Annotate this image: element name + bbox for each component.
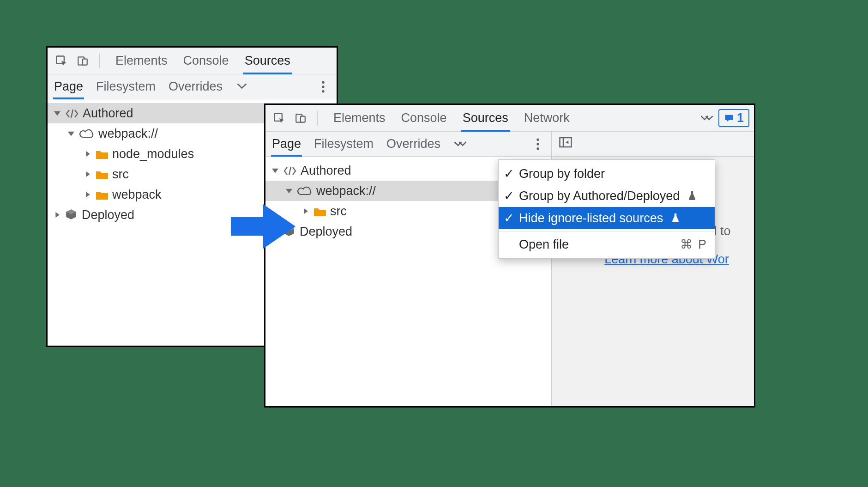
svg-rect-8 <box>301 116 305 122</box>
menu-label: Hide ignore-listed sources <box>519 211 663 225</box>
expand-down-icon <box>67 130 75 137</box>
folder-icon <box>96 189 108 200</box>
tree-label: Authored <box>301 164 351 178</box>
menu-hide-ignore-listed[interactable]: ✓ Hide ignore-listed sources <box>499 207 715 229</box>
expand-right-icon <box>84 191 92 198</box>
deployed-cube-icon <box>65 208 78 221</box>
experiment-flask-icon <box>671 211 680 225</box>
tab-elements[interactable]: Elements <box>115 48 168 74</box>
menu-group-by-authored-deployed[interactable]: ✓ Group by Authored/Deployed <box>499 185 715 207</box>
expand-right-icon <box>53 212 61 218</box>
inspect-icon[interactable] <box>52 52 71 70</box>
cloud-icon <box>79 128 95 139</box>
toolbar-divider <box>317 111 318 126</box>
issues-count: 1 <box>737 111 744 125</box>
tree-label: src <box>330 204 347 219</box>
tree-label: src <box>112 167 129 182</box>
folder-icon <box>96 169 108 180</box>
svg-rect-2 <box>83 59 87 65</box>
tree-label: Deployed <box>82 208 134 222</box>
collapse-panel-icon[interactable] <box>559 136 573 152</box>
subtab-page[interactable]: Page <box>272 132 301 156</box>
menu-open-file[interactable]: Open file ⌘ P <box>499 233 715 256</box>
tree-label: webpack:// <box>316 184 376 198</box>
experiment-flask-icon <box>688 189 696 203</box>
top-toolbar: Elements Console Sources <box>48 48 337 74</box>
issues-badge[interactable]: 1 <box>718 109 749 127</box>
tab-sources[interactable]: Sources <box>463 105 508 131</box>
device-toggle-icon[interactable] <box>73 52 92 70</box>
inspect-icon[interactable] <box>270 109 289 128</box>
sources-subtabs: Page Filesystem Overrides <box>265 132 551 157</box>
more-tabs-icon[interactable] <box>700 111 714 125</box>
tab-elements[interactable]: Elements <box>333 105 386 131</box>
main-tabs: Elements Console Sources Network <box>325 105 570 131</box>
check-icon: ✓ <box>503 189 514 203</box>
tab-network[interactable]: Network <box>524 105 570 131</box>
expand-down-icon <box>271 167 279 174</box>
svg-point-5 <box>322 90 324 92</box>
tab-console[interactable]: Console <box>401 105 447 131</box>
folder-icon <box>96 148 108 159</box>
tree-label: Authored <box>83 106 133 121</box>
tree-label: webpack:// <box>98 127 158 141</box>
subtab-overrides[interactable]: Overrides <box>386 132 440 156</box>
svg-point-9 <box>536 138 539 140</box>
main-tabs: Elements Console Sources <box>107 48 290 74</box>
tab-sources[interactable]: Sources <box>245 48 290 74</box>
subtab-overrides[interactable]: Overrides <box>169 74 223 99</box>
svg-point-11 <box>536 147 539 150</box>
menu-group-by-folder[interactable]: ✓ Group by folder <box>499 163 715 185</box>
subtab-page[interactable]: Page <box>54 74 83 99</box>
subtab-filesystem[interactable]: Filesystem <box>314 132 374 156</box>
svg-point-10 <box>536 143 539 145</box>
toolbar-divider <box>99 54 100 68</box>
expand-right-icon <box>84 151 92 157</box>
check-icon: ✓ <box>503 211 514 225</box>
expand-right-icon <box>84 171 92 177</box>
expand-down-icon <box>53 110 61 116</box>
check-icon: ✓ <box>503 166 514 181</box>
svg-point-3 <box>322 81 324 83</box>
menu-label: Open file <box>519 237 569 252</box>
tab-console[interactable]: Console <box>183 48 229 74</box>
tree-label: webpack <box>112 188 162 202</box>
expand-right-icon <box>301 208 310 214</box>
cloud-icon <box>297 185 313 196</box>
sources-context-menu: ✓ Group by folder ✓ Group by Authored/De… <box>498 159 715 259</box>
more-tabs-icon[interactable] <box>453 137 467 151</box>
kebab-menu-icon[interactable] <box>316 80 330 94</box>
code-brackets-icon <box>283 165 297 176</box>
transition-arrow-icon <box>226 199 300 254</box>
expand-down-icon <box>285 188 293 194</box>
svg-point-4 <box>322 85 324 88</box>
device-toggle-icon[interactable] <box>291 109 310 128</box>
sources-subtabs: Page Filesystem Overrides <box>48 74 337 99</box>
subtab-filesystem[interactable]: Filesystem <box>96 74 156 99</box>
tree-label: Deployed <box>300 225 352 239</box>
menu-label: Group by Authored/Deployed <box>519 189 680 203</box>
menu-separator <box>499 231 715 231</box>
devtools-panel-after: Elements Console Sources Network 1 Page … <box>264 103 755 408</box>
tree-label: node_modules <box>112 147 194 161</box>
kebab-menu-icon[interactable] <box>531 137 545 151</box>
code-brackets-icon <box>65 108 79 119</box>
menu-shortcut: ⌘ P <box>680 237 707 252</box>
top-toolbar: Elements Console Sources Network 1 <box>265 105 754 132</box>
more-tabs-icon[interactable] <box>235 79 252 94</box>
menu-label: Group by folder <box>519 167 605 181</box>
folder-icon <box>313 206 326 217</box>
